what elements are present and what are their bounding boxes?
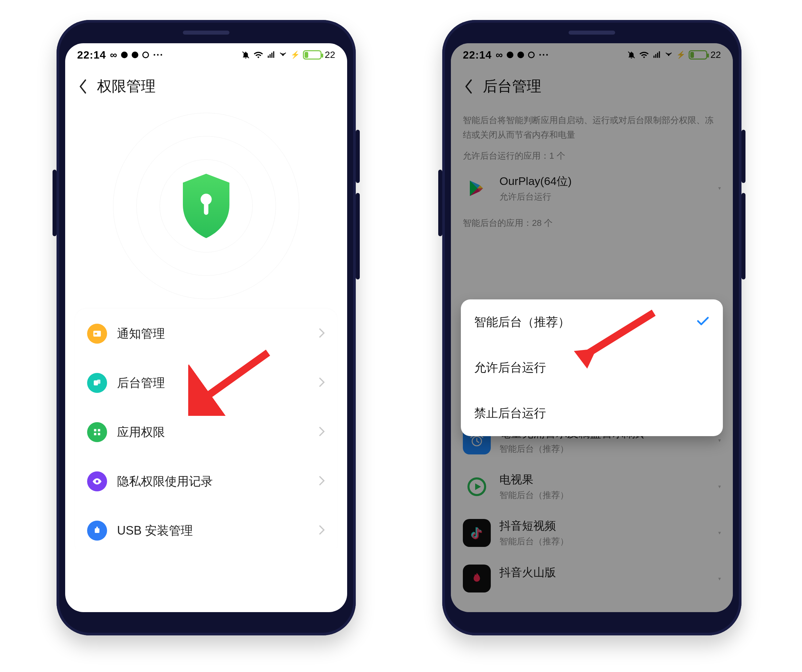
status-chat-icon xyxy=(517,52,524,58)
back-button[interactable] xyxy=(461,79,477,94)
status-wifi-icon xyxy=(253,50,264,59)
status-cell-icon xyxy=(267,50,275,59)
status-clock-icon xyxy=(142,52,149,58)
chevron-right-icon xyxy=(319,377,325,389)
option-label: 允许后台运行 xyxy=(474,359,546,376)
menu-item-privacy-usage-records[interactable]: 隐私权限使用记录 xyxy=(75,457,337,506)
app-subtitle: 允许后台运行 xyxy=(500,191,710,202)
phone-frame-right: 22:14 ∞ ··· ⚡ xyxy=(442,20,742,635)
notification-icon xyxy=(87,324,107,344)
option-label: 智能后台（推荐） xyxy=(474,314,570,330)
status-bar: 22:14 ∞ ··· ⚡ xyxy=(65,43,347,66)
svg-rect-6 xyxy=(97,380,100,384)
status-time: 22:14 xyxy=(463,49,492,61)
status-wifi-icon xyxy=(639,50,649,59)
svg-marker-26 xyxy=(475,483,481,490)
chevron-down-icon: ▾ xyxy=(718,185,721,191)
status-battery-icon xyxy=(689,50,707,60)
app-subtitle: 智能后台（推荐） xyxy=(500,536,710,547)
status-dot-icon xyxy=(121,52,128,58)
status-time: 22:14 xyxy=(77,49,106,61)
app-title: 抖音火山版 xyxy=(500,565,710,580)
back-button[interactable] xyxy=(75,79,91,94)
status-hotspot-icon xyxy=(665,50,673,59)
app-icon-tv xyxy=(463,473,491,501)
hero-shield xyxy=(65,103,347,309)
status-mute-icon xyxy=(627,50,636,59)
page-title: 后台管理 xyxy=(483,76,541,96)
svg-rect-7 xyxy=(94,429,96,431)
nav-header: 后台管理 xyxy=(451,66,733,103)
app-subtitle: 智能后台（推荐） xyxy=(500,443,710,455)
svg-rect-9 xyxy=(94,433,96,435)
chevron-down-icon: ▾ xyxy=(718,437,721,444)
status-hotspot-icon xyxy=(279,50,287,59)
app-row-dianshiguo[interactable]: 电视果 智能后台（推荐） ▾ xyxy=(451,463,733,510)
check-icon xyxy=(696,316,710,329)
menu-label: 通知管理 xyxy=(117,326,309,342)
background-options-sheet: 智能后台（推荐） 允许后台运行 禁止后台运行 xyxy=(461,300,723,436)
status-mute-icon xyxy=(241,50,250,59)
menu-item-usb-install-management[interactable]: USB 安装管理 xyxy=(75,506,337,555)
svg-rect-11 xyxy=(95,528,99,533)
nav-header: 权限管理 xyxy=(65,66,347,103)
status-charging-icon: ⚡ xyxy=(676,50,685,59)
app-row-douyin[interactable]: 抖音短视频 智能后台（推荐） ▾ xyxy=(451,510,733,556)
status-infinity-icon: ∞ xyxy=(496,49,503,60)
background-icon xyxy=(87,373,107,393)
option-label: 禁止后台运行 xyxy=(474,405,546,421)
status-cell-icon xyxy=(652,50,661,59)
svg-rect-12 xyxy=(96,526,98,529)
status-chat-icon xyxy=(132,52,138,58)
chevron-right-icon xyxy=(319,328,325,339)
option-allow-background[interactable]: 允许后台运行 xyxy=(461,345,723,390)
status-dot-icon xyxy=(507,52,513,58)
eye-icon xyxy=(87,471,107,491)
menu-label: 后台管理 xyxy=(117,375,309,391)
status-more-icon: ··· xyxy=(538,49,549,60)
app-row-ourplay[interactable]: OurPlay(64位) 允许后台运行 ▾ xyxy=(451,165,733,211)
status-charging-icon: ⚡ xyxy=(291,50,299,59)
grid-icon xyxy=(87,422,107,442)
status-bar: 22:14 ∞ ··· ⚡ xyxy=(451,43,733,66)
svg-rect-8 xyxy=(98,429,100,431)
app-title: OurPlay(64位) xyxy=(500,174,710,189)
app-subtitle: 智能后台（推荐） xyxy=(500,489,710,501)
status-battery-pct: 22 xyxy=(711,50,721,60)
page-description: 智能后台将智能判断应用自启动、运行或对后台限制部分权限、冻结或关闭从而节省内存和… xyxy=(451,103,733,144)
chevron-right-icon xyxy=(319,426,325,438)
screen-right: 22:14 ∞ ··· ⚡ xyxy=(451,43,733,612)
page-title: 权限管理 xyxy=(97,76,155,96)
menu-item-background-management[interactable]: 后台管理 xyxy=(75,358,337,408)
menu-label: 应用权限 xyxy=(117,424,309,440)
app-row-douyin-huoshan[interactable]: 抖音火山版 ▾ xyxy=(451,556,733,601)
option-deny-background[interactable]: 禁止后台运行 xyxy=(461,390,723,436)
menu-item-app-permissions[interactable]: 应用权限 xyxy=(75,408,337,457)
smart-apps-note: 智能后台的应用：28 个 xyxy=(451,211,733,232)
chevron-down-icon: ▾ xyxy=(718,530,721,536)
menu-label: 隐私权限使用记录 xyxy=(117,473,309,490)
app-icon-play xyxy=(463,174,491,202)
status-clock-icon xyxy=(528,52,535,58)
option-smart-background[interactable]: 智能后台（推荐） xyxy=(461,300,723,345)
app-subtitle xyxy=(500,582,710,593)
menu-card: 通知管理 后台管理 应用权限 隐私 xyxy=(75,309,337,555)
status-battery-icon xyxy=(303,50,322,60)
app-icon-douyin xyxy=(463,519,491,547)
chevron-down-icon: ▾ xyxy=(718,483,721,490)
status-battery-pct: 22 xyxy=(325,50,335,60)
menu-label: USB 安装管理 xyxy=(117,523,309,539)
screen-left: 22:14 ∞ ··· ⚡ xyxy=(65,43,347,612)
app-icon-huoshan xyxy=(463,565,491,593)
chevron-right-icon xyxy=(319,525,325,536)
chevron-down-icon: ▾ xyxy=(718,575,721,582)
app-title: 电视果 xyxy=(500,472,710,487)
status-infinity-icon: ∞ xyxy=(110,49,117,60)
phone-frame-left: 22:14 ∞ ··· ⚡ xyxy=(57,20,356,635)
svg-rect-10 xyxy=(98,433,100,435)
chevron-right-icon xyxy=(319,476,325,487)
allowed-apps-note: 允许后台运行的应用：1 个 xyxy=(451,144,733,165)
status-more-icon: ··· xyxy=(153,49,163,60)
usb-icon xyxy=(87,521,107,541)
menu-item-notification-management[interactable]: 通知管理 xyxy=(75,309,337,358)
